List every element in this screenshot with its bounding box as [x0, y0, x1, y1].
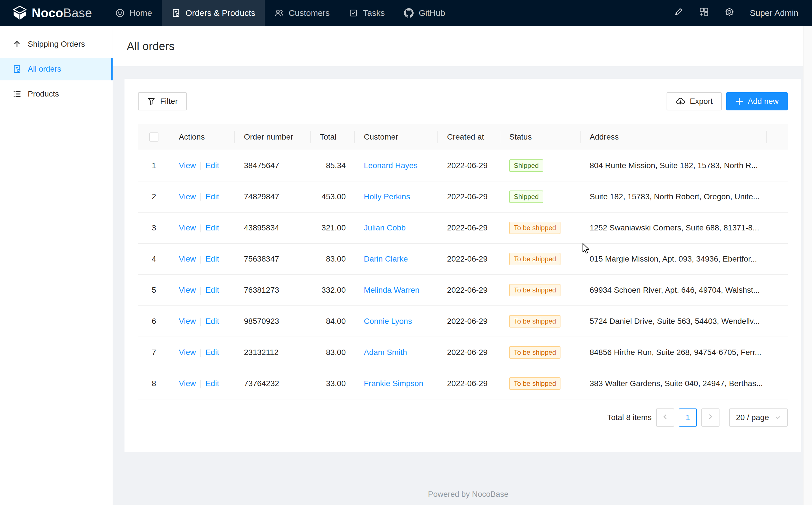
view-link[interactable]: View	[179, 317, 196, 326]
action-divider	[200, 380, 201, 388]
main-area: All orders Filter	[113, 26, 812, 505]
check-square-icon	[349, 8, 358, 18]
brand-part1: Noco	[32, 6, 63, 20]
pagination: Total 8 items 1 20 / page	[138, 408, 788, 427]
brand-part2: Base	[63, 6, 92, 20]
export-button[interactable]: Export	[666, 92, 722, 111]
edit-link[interactable]: Edit	[205, 379, 219, 388]
filter-button[interactable]: Filter	[138, 92, 187, 111]
tab-customers[interactable]: Customers	[265, 0, 339, 26]
tab-github[interactable]: GitHub	[394, 0, 455, 26]
status-cell: To be shipped	[500, 306, 581, 337]
status-badge: To be shipped	[509, 315, 560, 328]
page-number-button[interactable]: 1	[679, 408, 697, 427]
table-toolbar: Filter Export	[138, 92, 788, 111]
view-link[interactable]: View	[179, 192, 196, 201]
add-new-button-label: Add new	[748, 97, 779, 106]
created-at-cell: 2022-06-29	[438, 337, 500, 368]
view-link[interactable]: View	[179, 348, 196, 357]
row-actions: ViewEdit	[170, 368, 235, 399]
nocobase-logo[interactable]: NocoBase	[0, 0, 106, 26]
customer-link[interactable]: Melinda Warren	[364, 286, 420, 294]
customer-link[interactable]: Julian Cobb	[364, 223, 406, 232]
order-number-cell: 23132112	[235, 337, 311, 368]
action-divider	[200, 162, 201, 170]
edit-link[interactable]: Edit	[205, 317, 219, 326]
tab-orders-products[interactable]: Orders & Products	[162, 0, 265, 26]
edit-link[interactable]: Edit	[205, 255, 219, 263]
scrollbar-track[interactable]	[803, 26, 812, 505]
view-link[interactable]: View	[179, 379, 196, 388]
status-badge: To be shipped	[509, 253, 560, 265]
action-divider	[200, 224, 201, 232]
address-cell: 804 Runte Mission, Suite 182, 15783, Nor…	[581, 150, 767, 181]
edit-link[interactable]: Edit	[205, 192, 219, 201]
filter-icon	[147, 97, 156, 106]
customer-cell: Leonard Hayes	[355, 150, 438, 181]
order-number-cell: 98570923	[235, 306, 311, 337]
customer-link[interactable]: Adam Smith	[364, 348, 407, 357]
sidebar-item-all-orders[interactable]: All orders	[0, 58, 112, 80]
view-link[interactable]: View	[179, 286, 196, 294]
chevron-down-icon	[775, 414, 781, 420]
customer-link[interactable]: Connie Lyons	[364, 317, 412, 326]
edit-link[interactable]: Edit	[205, 286, 219, 294]
total-cell: 321.00	[311, 212, 355, 243]
order-number-cell: 76381273	[235, 275, 311, 306]
edit-link[interactable]: Edit	[205, 348, 219, 357]
total-cell: 332.00	[311, 275, 355, 306]
created-at-cell: 2022-06-29	[438, 212, 500, 243]
view-link[interactable]: View	[179, 223, 196, 232]
page-size-value: 20 / page	[736, 413, 769, 422]
sidebar-item-shipping-orders[interactable]: Shipping Orders	[0, 33, 112, 55]
status-cell: To be shipped	[500, 212, 581, 243]
column-header-total: Total	[311, 124, 355, 150]
status-badge: To be shipped	[509, 222, 560, 234]
plugin-blocks-button[interactable]	[699, 7, 709, 19]
status-badge: Shipped	[509, 190, 543, 203]
view-link[interactable]: View	[179, 255, 196, 263]
table-row: 6 ViewEdit 98570923 84.00 Connie Lyons 2…	[138, 306, 788, 337]
top-navbar: NocoBase Home	[0, 0, 812, 26]
user-menu[interactable]: Super Admin	[750, 8, 798, 18]
next-page-button[interactable]	[702, 408, 720, 427]
github-icon	[404, 8, 414, 18]
edit-link[interactable]: Edit	[205, 223, 219, 232]
customer-link[interactable]: Holly Perkins	[364, 192, 410, 201]
edit-link[interactable]: Edit	[205, 161, 219, 170]
row-actions: ViewEdit	[170, 212, 235, 243]
settings-button[interactable]	[724, 7, 735, 19]
status-badge: To be shipped	[509, 377, 560, 390]
sidebar-item-products[interactable]: Products	[0, 82, 112, 105]
gear-icon	[724, 7, 735, 19]
row-actions: ViewEdit	[170, 275, 235, 306]
prev-page-button[interactable]	[656, 408, 674, 427]
view-link[interactable]: View	[179, 161, 196, 170]
order-number-cell: 38475647	[235, 150, 311, 181]
add-new-button[interactable]: Add new	[726, 92, 788, 111]
nocobase-cube-icon	[12, 6, 27, 20]
stub-cell	[767, 337, 788, 368]
select-all-checkbox[interactable]	[150, 133, 159, 142]
address-cell: Suite 182, 15783, North Robert, Oregon, …	[581, 181, 767, 212]
customer-link[interactable]: Leonard Hayes	[364, 161, 418, 170]
row-index: 4	[138, 243, 170, 275]
ui-editor-button[interactable]	[673, 7, 684, 19]
tab-home[interactable]: Home	[106, 0, 162, 26]
action-divider	[200, 349, 201, 357]
row-actions: ViewEdit	[170, 243, 235, 275]
tab-label: Orders & Products	[186, 8, 256, 18]
customer-link[interactable]: Frankie Simpson	[364, 379, 423, 388]
table-header-row: Actions Order number Total Customer Crea…	[138, 124, 788, 150]
sidebar-item-label: All orders	[28, 64, 61, 73]
page-size-select[interactable]: 20 / page	[729, 408, 788, 427]
tab-label: Home	[129, 8, 152, 18]
table-row: 3 ViewEdit 43895834 321.00 Julian Cobb 2…	[138, 212, 788, 243]
customer-cell: Darin Clarke	[355, 243, 438, 275]
table-row: 4 ViewEdit 75638347 83.00 Darin Clarke 2…	[138, 243, 788, 275]
status-cell: To be shipped	[500, 368, 581, 399]
customer-link[interactable]: Darin Clarke	[364, 255, 408, 263]
address-cell: 84856 Hirthe Run, Suite 268, 94754-6705,…	[581, 337, 767, 368]
created-at-cell: 2022-06-29	[438, 368, 500, 399]
tab-tasks[interactable]: Tasks	[339, 0, 394, 26]
